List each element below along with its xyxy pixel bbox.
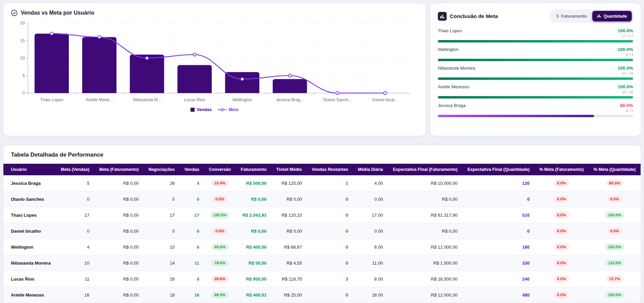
toggle-quantidade-button[interactable]: Quantidade — [592, 11, 632, 21]
goal-progress-track — [438, 96, 633, 99]
column-header: % Meta (Quantidade) — [589, 164, 641, 175]
percent-badge: 0.0% — [554, 196, 569, 202]
percent-badge: 0.0% — [607, 196, 622, 202]
column-header: Vendas — [180, 164, 204, 175]
table-cell: R$ 0,00 — [94, 271, 144, 287]
percent-badge: 72.7% — [606, 275, 623, 282]
goal-completion-card: Conclusão de Meta $ Faturamento Quantida… — [430, 3, 641, 136]
table-title: Tabela Detalhada de Performance — [11, 152, 641, 158]
legend-item-meta[interactable]: Meta — [218, 107, 238, 112]
goal-item: Nitiananda Moreira 100.0% 11 / 10 — [438, 66, 633, 80]
table-cell: 11 — [56, 271, 94, 287]
table-cell: 0 — [180, 191, 204, 207]
table-cell: R$ 28.500,00 — [388, 271, 462, 287]
table-cell: 8.00 — [353, 271, 387, 287]
table-cell: R$ 0,00 — [94, 255, 144, 271]
x-category-label: Wellington — [232, 97, 252, 102]
toggle-quantidade-label: Quantidade — [604, 14, 627, 19]
table-cell: 330 — [462, 255, 534, 271]
table-cell: 4.00 — [353, 175, 387, 191]
column-header: Usuário — [3, 164, 56, 175]
column-header: Negociações — [144, 164, 180, 175]
sales-vs-meta-card: Vendas vs Meta por Usuário 05101520Thais… — [3, 3, 426, 136]
table-cell: 0 — [144, 223, 180, 239]
meta-point — [384, 92, 387, 95]
bar-vendas — [178, 65, 212, 93]
table-cell: R$ 2.043,93 — [236, 207, 271, 223]
user-name-cell: Thais Lopes — [3, 207, 56, 223]
percent-badge: 0.0% — [554, 244, 569, 250]
column-header: Média Diária — [353, 164, 387, 175]
percent-badge: 0.0% — [212, 228, 227, 234]
table-cell: R$ 400,00 — [236, 239, 271, 255]
goal-progress-fill — [438, 96, 633, 99]
table-cell: 0.0% — [534, 255, 589, 271]
table-cell: 0.0% — [534, 271, 589, 287]
legend-item-vendas[interactable]: Vendas — [191, 107, 212, 112]
vendas-swatch-icon — [191, 108, 195, 112]
user-name-cell: Nitiananda Moreira — [3, 255, 56, 271]
table-cell: R$ 125,00 — [271, 175, 307, 191]
table-cell: 0 — [462, 223, 534, 239]
percent-badge: 78.6% — [211, 260, 229, 266]
table-cell: 28.6% — [204, 271, 236, 287]
table-cell: 11 — [180, 255, 204, 271]
goal-count: 11 / 10 — [438, 71, 633, 75]
sales-chart-title: Vendas vs Meta por Usuário — [21, 10, 94, 16]
table-body: Jessica Braga5R$ 0,0026415.4%R$ 500,00R$… — [3, 175, 641, 303]
goal-progress-track — [438, 115, 633, 117]
goal-item: Arielle Menezes 100.0% 16 / 16 — [438, 84, 633, 99]
percent-badge: 100.0% — [605, 212, 624, 218]
table-cell: 60.0% — [204, 239, 236, 255]
y-tick-label: 5 — [22, 73, 25, 78]
table-cell: 15.4% — [204, 175, 236, 191]
table-cell: R$ 0,00 — [271, 191, 307, 207]
table-cell: 16.00 — [353, 287, 387, 303]
table-cell: R$ 118,75 — [271, 271, 307, 287]
y-tick-label: 10 — [20, 56, 25, 60]
table-cell: R$ 0,00 — [271, 223, 307, 239]
table-cell: 1 — [307, 175, 353, 191]
percent-badge: 100.0% — [210, 212, 230, 218]
user-name-cell: Otavio Sanches — [3, 191, 56, 207]
table-row: Thais Lopes17R$ 0,001717100.0%R$ 2.043,9… — [3, 207, 641, 223]
table-cell: 5 — [56, 175, 94, 191]
table-cell: 180 — [462, 239, 534, 255]
goal-item: Jessica Braga 80.0% 4 / 5 — [438, 103, 633, 117]
percent-badge: 15.4% — [211, 180, 229, 186]
y-tick-label: 15 — [20, 38, 25, 43]
table-cell: 14 — [144, 255, 180, 271]
goal-pct-value: 100.0% — [617, 84, 633, 89]
percent-badge: 88.9% — [211, 291, 229, 298]
table-cell: 10 — [56, 255, 94, 271]
table-row: Nitiananda Moreira10R$ 0,00141178.6%R$ 5… — [3, 255, 641, 271]
table-cell: 0 — [144, 191, 180, 207]
goal-item: Thais Lopes 100.0% 17 / 17 — [438, 28, 633, 42]
bar-vendas — [273, 79, 307, 93]
percent-badge: 100.0% — [605, 291, 624, 298]
table-cell: 3 — [307, 271, 353, 287]
table-cell: 17 — [144, 207, 180, 223]
percent-badge: 0.0% — [554, 291, 569, 298]
table-cell: 0.00 — [353, 191, 387, 207]
table-cell: 6.00 — [353, 239, 387, 255]
table-cell: 4 — [180, 175, 204, 191]
table-header-row: UsuárioMeta (Vendas)Meta (Faturamento)Ne… — [3, 164, 641, 175]
goal-pct-value: 100.0% — [617, 28, 633, 33]
table-cell: R$ 0,00 — [94, 207, 144, 223]
table-cell: 0.00 — [353, 223, 387, 239]
table-cell: 0.0% — [204, 191, 236, 207]
table-cell: 80.0% — [589, 175, 641, 191]
percent-badge: 28.6% — [211, 275, 229, 282]
user-name-cell: Arielle Menezes — [3, 287, 56, 303]
table-cell: 510 — [462, 207, 534, 223]
x-category-label: Thais Lopes — [40, 97, 63, 102]
table-cell: R$ 0,00 — [236, 191, 271, 207]
goal-pct-value: 100.0% — [617, 47, 633, 52]
meta-point — [336, 92, 339, 95]
table-cell: R$ 0,00 — [388, 223, 462, 239]
percent-badge: 0.0% — [554, 228, 569, 234]
toggle-faturamento-button[interactable]: $ Faturamento — [551, 11, 592, 21]
x-category-label: Lucas Rios — [184, 97, 205, 102]
percent-badge: 0.0% — [607, 228, 622, 234]
